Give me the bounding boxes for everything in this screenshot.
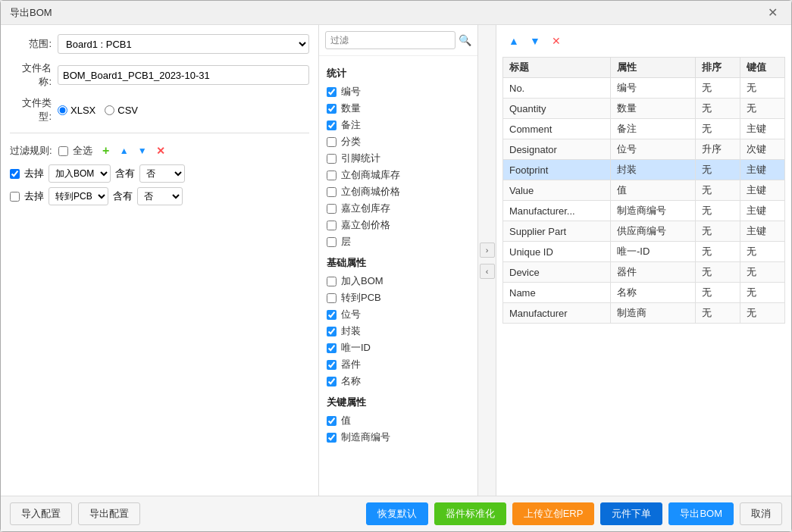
table-row[interactable]: Designator位号升序次键 xyxy=(503,139,785,160)
basic-唯一ID[interactable]: 唯一ID xyxy=(327,340,470,356)
left-panel: 范围: Board1 : PCB1 文件名称: 文件类型: XLSX xyxy=(1,25,319,496)
filter-up-button[interactable]: ▲ xyxy=(117,143,132,158)
table-row[interactable]: Device器件无无 xyxy=(503,262,785,283)
basic-加入BOM[interactable]: 加入BOM xyxy=(327,273,470,289)
filter-row1-select1[interactable]: 加入BOM xyxy=(49,164,111,183)
filter-row-2: 去掉 转到PCB 含有 否 xyxy=(10,186,309,206)
order-parts-button[interactable]: 元件下单 xyxy=(600,502,662,525)
stat-嘉立创价格[interactable]: 嘉立创价格 xyxy=(327,217,470,233)
basic-名称[interactable]: 名称 xyxy=(327,373,470,390)
filter-section: 过滤规则: 全选 + ▲ ▼ ✕ 去 xyxy=(10,142,309,206)
scope-select[interactable]: Board1 : PCB1 xyxy=(58,34,309,54)
stat-编号[interactable]: 编号 xyxy=(327,83,470,100)
export-bom-button[interactable]: 导出BOM xyxy=(668,502,734,525)
filetype-row: 文件类型: XLSX CSV xyxy=(10,96,309,124)
basic-转到PCB[interactable]: 转到PCB xyxy=(327,289,470,306)
nav-arrow-right[interactable]: › xyxy=(480,243,495,258)
basic-section-title: 基础属性 xyxy=(327,256,470,270)
table-row[interactable]: Supplier Part供应商编号无主键 xyxy=(503,221,785,242)
table-row[interactable]: No.编号无无 xyxy=(503,78,785,99)
dialog-title: 导出BOM xyxy=(10,6,52,20)
footer-left: 导入配置 导出配置 xyxy=(10,502,140,525)
table-row[interactable]: Name名称无无 xyxy=(503,283,785,303)
stat-立创商城库存[interactable]: 立创商城库存 xyxy=(327,167,470,183)
filename-row: 文件名称: xyxy=(10,61,309,89)
table-row[interactable]: Manufacturer制造商无无 xyxy=(503,303,785,324)
middle-panel: 🔍 统计 编号 数量 备注 分类 引脚统计 立创商城库存 立创商城价格 嘉立创库… xyxy=(319,25,478,496)
scope-label: 范围: xyxy=(10,37,52,51)
checkbox-list: 统计 编号 数量 备注 分类 引脚统计 立创商城库存 立创商城价格 嘉立创库存 … xyxy=(319,56,477,496)
stat-引脚统计[interactable]: 引脚统计 xyxy=(327,150,470,167)
stat-分类[interactable]: 分类 xyxy=(327,133,470,150)
nav-arrow-left[interactable]: ‹ xyxy=(480,264,495,279)
search-icon: 🔍 xyxy=(459,34,471,46)
stat-备注[interactable]: 备注 xyxy=(327,117,470,133)
filter-row1-checkbox[interactable] xyxy=(10,169,20,179)
filter-down-button[interactable]: ▼ xyxy=(135,143,150,158)
basic-器件[interactable]: 器件 xyxy=(327,356,470,373)
normalize-button[interactable]: 器件标准化 xyxy=(434,502,506,525)
search-box: 🔍 xyxy=(319,25,477,56)
dialog-body: 范围: Board1 : PCB1 文件名称: 文件类型: XLSX xyxy=(1,25,791,496)
filter-row2-contain: 含有 xyxy=(113,189,133,203)
key-制造商编号[interactable]: 制造商编号 xyxy=(327,429,470,446)
table-toolbar: ▲ ▼ ✕ xyxy=(502,31,785,51)
cancel-button[interactable]: 取消 xyxy=(740,502,782,525)
restore-default-button[interactable]: 恢复默认 xyxy=(366,502,428,525)
export-bom-dialog: 导出BOM ✕ 范围: Board1 : PCB1 文件名称: 文件类型: xyxy=(0,0,792,532)
filter-row2-checkbox[interactable] xyxy=(10,192,20,202)
filter-row2-select2[interactable]: 否 xyxy=(137,187,183,205)
filetype-label: 文件类型: xyxy=(10,96,52,124)
filter-row1-label: 去掉 xyxy=(24,167,44,180)
keyword-section-title: 关键属性 xyxy=(327,396,470,409)
footer-right: 恢复默认 器件标准化 上传立创ERP 元件下单 导出BOM 取消 xyxy=(366,502,782,525)
stat-立创商城价格[interactable]: 立创商城价格 xyxy=(327,183,470,200)
export-config-button[interactable]: 导出配置 xyxy=(78,502,140,525)
toolbar-up-icon[interactable]: ▲ xyxy=(506,33,522,49)
scope-row: 范围: Board1 : PCB1 xyxy=(10,34,309,54)
upload-erp-button[interactable]: 上传立创ERP xyxy=(512,502,595,525)
filter-row2-label: 去掉 xyxy=(24,189,44,203)
bom-table: 标题 属性 排序 键值 No.编号无无Quantity数量无无Comment备注… xyxy=(502,57,785,324)
col-header-sort: 排序 xyxy=(696,58,740,78)
filter-controls: + ▲ ▼ ✕ xyxy=(99,143,168,158)
basic-位号[interactable]: 位号 xyxy=(327,306,470,323)
filename-label: 文件名称: xyxy=(10,61,52,89)
key-值[interactable]: 值 xyxy=(327,412,470,429)
col-header-attr: 属性 xyxy=(610,58,695,78)
right-panel: ▲ ▼ ✕ 标题 属性 排序 键值 No.编号无无Quantity数量无无Com… xyxy=(496,25,791,496)
title-bar: 导出BOM ✕ xyxy=(1,1,791,25)
filetype-radio-group: XLSX CSV xyxy=(58,105,138,116)
import-config-button[interactable]: 导入配置 xyxy=(10,502,72,525)
table-row[interactable]: Comment备注无主键 xyxy=(503,119,785,139)
filter-delete-button[interactable]: ✕ xyxy=(153,143,168,158)
close-button[interactable]: ✕ xyxy=(763,5,782,20)
filter-title-row: 过滤规则: 全选 + ▲ ▼ ✕ xyxy=(10,142,309,159)
stat-嘉立创库存[interactable]: 嘉立创库存 xyxy=(327,200,470,217)
filter-rows: 去掉 加入BOM 含有 否 去掉 转到PCB xyxy=(10,164,309,206)
select-all-checkbox[interactable]: 全选 xyxy=(58,142,92,159)
table-row[interactable]: Value值无主键 xyxy=(503,180,785,201)
toolbar-down-icon[interactable]: ▼ xyxy=(527,33,543,49)
filter-label: 过滤规则: xyxy=(10,144,52,158)
statistics-section-title: 统计 xyxy=(327,67,470,80)
table-row[interactable]: Unique ID唯一-ID无无 xyxy=(503,242,785,262)
toolbar-delete-icon[interactable]: ✕ xyxy=(548,33,565,49)
table-row[interactable]: Quantity数量无无 xyxy=(503,99,785,119)
filter-row2-select1[interactable]: 转到PCB xyxy=(49,187,108,205)
radio-xlsx[interactable]: XLSX xyxy=(58,105,95,116)
filename-input[interactable] xyxy=(58,65,309,85)
filter-row1-select2[interactable]: 否 xyxy=(139,164,185,183)
radio-csv[interactable]: CSV xyxy=(105,105,138,116)
filter-add-button[interactable]: + xyxy=(99,143,114,158)
stat-层[interactable]: 层 xyxy=(327,233,470,250)
dialog-footer: 导入配置 导出配置 恢复默认 器件标准化 上传立创ERP 元件下单 导出BOM … xyxy=(1,496,791,531)
stat-数量[interactable]: 数量 xyxy=(327,100,470,117)
filter-row1-contain: 含有 xyxy=(115,167,135,180)
col-header-title: 标题 xyxy=(503,58,611,78)
basic-封装[interactable]: 封装 xyxy=(327,323,470,340)
search-input[interactable] xyxy=(325,31,455,49)
table-row[interactable]: Manufacturer...制造商编号无主键 xyxy=(503,201,785,221)
col-header-key: 键值 xyxy=(740,58,785,78)
table-row[interactable]: Footprint封装无主键 xyxy=(503,160,785,180)
